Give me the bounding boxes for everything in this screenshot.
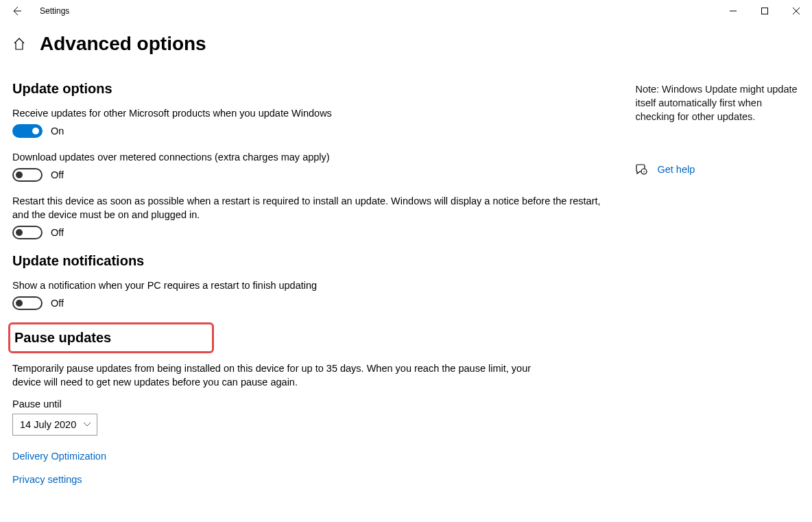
delivery-optimization-link[interactable]: Delivery Optimization (12, 451, 621, 462)
main-content: Update options Receive updates for other… (12, 67, 621, 485)
arrow-left-icon (11, 5, 22, 16)
metered-download-state: Off (51, 169, 64, 180)
restart-asap-label: Restart this device as soon as possible … (12, 194, 609, 222)
section-heading-update-options: Update options (12, 81, 621, 97)
receive-updates-state: On (51, 126, 64, 137)
pause-until-label: Pause until (12, 399, 621, 410)
pause-updates-highlight: Pause updates (8, 322, 214, 353)
side-note: Note: Windows Update might update itself… (635, 82, 800, 123)
pause-until-dropdown[interactable]: 14 July 2020 (12, 414, 97, 436)
restart-notification-toggle[interactable] (12, 296, 43, 310)
metered-download-toggle[interactable] (12, 168, 43, 182)
get-help-link[interactable]: ? Get help (635, 163, 800, 176)
restart-notification-label: Show a notification when your PC require… (12, 278, 609, 292)
privacy-settings-link[interactable]: Privacy settings (12, 474, 621, 485)
side-panel: Note: Windows Update might update itself… (635, 67, 800, 176)
restart-asap-toggle[interactable] (12, 226, 43, 239)
metered-download-label: Download updates over metered connection… (12, 150, 609, 164)
app-name: Settings (40, 6, 69, 16)
maximize-button[interactable] (749, 0, 780, 22)
titlebar: Settings (0, 0, 812, 22)
section-heading-update-notifications: Update notifications (12, 253, 621, 269)
restart-notification-state: Off (51, 298, 64, 309)
help-icon: ? (635, 163, 647, 176)
close-button[interactable] (780, 0, 812, 22)
receive-updates-toggle[interactable] (12, 124, 43, 138)
receive-updates-label: Receive updates for other Microsoft prod… (12, 106, 609, 120)
pause-until-value: 14 July 2020 (20, 419, 76, 430)
close-icon (793, 8, 800, 14)
svg-text:?: ? (643, 170, 645, 174)
section-heading-pause-updates: Pause updates (14, 330, 205, 346)
restart-asap-state: Off (51, 227, 64, 238)
home-button[interactable] (12, 37, 26, 51)
get-help-text: Get help (657, 164, 695, 175)
home-icon (12, 37, 26, 51)
maximize-icon (761, 8, 768, 14)
chevron-down-icon (83, 422, 91, 427)
minimize-button[interactable] (717, 0, 749, 22)
pause-updates-description: Temporarily pause updates from being ins… (12, 361, 561, 389)
back-button[interactable] (5, 0, 27, 22)
page-header: Advanced options (0, 22, 812, 67)
minimize-icon (730, 8, 737, 14)
page-title: Advanced options (40, 33, 206, 55)
svg-rect-0 (762, 8, 768, 14)
